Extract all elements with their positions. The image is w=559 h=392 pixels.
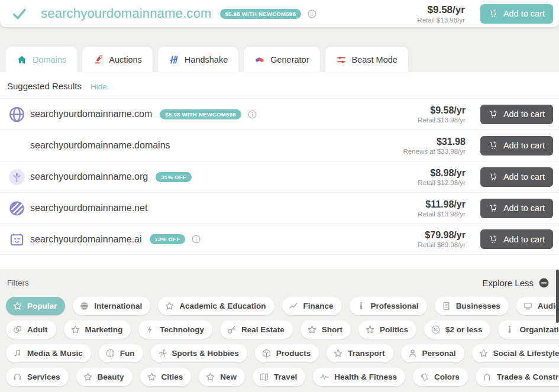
filter-chip-2-or-less[interactable]: $2 or less xyxy=(424,320,490,339)
filter-chip-label: $2 or less xyxy=(445,325,482,334)
filter-chip-label: Beauty xyxy=(98,372,124,381)
filter-chip-label: Transport xyxy=(348,349,384,358)
filter-chip-label: Social & Lifestyle xyxy=(493,349,559,358)
retail-price: Retail $13.98/yr xyxy=(395,17,465,24)
filter-chip-label: Technology xyxy=(160,325,204,334)
add-to-cart-button[interactable]: Add to cart xyxy=(480,229,553,249)
filter-chip-organizations[interactable]: Organizations xyxy=(498,320,559,339)
filter-chip-media-music[interactable]: Media & Music xyxy=(6,344,91,362)
star-icon xyxy=(70,325,80,335)
bolt-icon xyxy=(145,325,155,335)
filter-row-4: ServicesBeautyCitiesNewTravelHealth & Fi… xyxy=(0,368,559,386)
filter-chip-services[interactable]: Services xyxy=(6,368,69,386)
filter-chip-social-lifestyle[interactable]: Social & Lifestyle xyxy=(472,344,559,362)
filter-chip-real-estate[interactable]: Real Estate xyxy=(220,320,293,339)
filter-chip-fun[interactable]: Fun xyxy=(99,344,143,362)
camera-icon xyxy=(523,301,533,311)
tld-org-flower-icon xyxy=(8,169,25,186)
result-row-com: searchyourdomainname.com $5.98 WITH NEWC… xyxy=(0,98,559,129)
tab-beast-mode[interactable]: Beast Mode xyxy=(325,47,408,72)
filter-chip-sports-hobbies[interactable]: Sports & Hobbies xyxy=(151,344,247,362)
searched-domain: searchyourdomainname.com xyxy=(41,6,212,21)
globefill-icon xyxy=(79,301,89,311)
result-row-ai: searchyourdomainname.ai 13% OFF $79.98/y… xyxy=(0,223,559,255)
add-to-cart-button[interactable]: Add to cart xyxy=(480,199,553,218)
swatch-icon xyxy=(419,372,429,382)
headset-icon xyxy=(12,372,22,382)
info-icon[interactable] xyxy=(191,234,201,244)
filter-chip-label: Organizations xyxy=(519,325,559,334)
filter-chip-label: Media & Music xyxy=(27,349,83,358)
filter-chip-new[interactable]: New xyxy=(199,368,245,386)
add-to-cart-button[interactable]: Add to cart xyxy=(480,4,553,24)
music-icon xyxy=(12,348,22,358)
filter-chip-transport[interactable]: Transport xyxy=(327,344,393,362)
discount-badge: 13% OFF xyxy=(150,234,186,244)
filter-chip-politics[interactable]: Politics xyxy=(358,320,416,339)
filter-chip-adult[interactable]: Adult xyxy=(6,320,56,339)
filter-chip-trades-construction[interactable]: Trades & Construction xyxy=(476,368,559,386)
filter-chip-popular[interactable]: Popular xyxy=(6,297,65,315)
checkmark-icon xyxy=(12,7,27,21)
filter-chip-label: Real Estate xyxy=(241,325,285,334)
filter-chip-label: International xyxy=(94,302,142,310)
key-icon xyxy=(227,325,237,335)
info-icon[interactable] xyxy=(247,109,257,119)
star-icon xyxy=(83,372,93,382)
filter-chip-label: Products xyxy=(276,349,311,358)
filter-chip-label: Academic & Education xyxy=(179,302,266,310)
promo-badge: $5.98 WITH NEWCOM598 xyxy=(220,9,302,19)
scrollbar-thumb[interactable] xyxy=(556,270,559,323)
tld-ai-robot-icon xyxy=(8,231,25,248)
filter-chip-label: Marketing xyxy=(85,325,123,334)
filter-chip-colors[interactable]: Colors xyxy=(413,368,468,386)
person-icon xyxy=(408,348,418,358)
info-icon[interactable] xyxy=(307,9,317,19)
filter-chip-technology[interactable]: Technology xyxy=(138,320,212,339)
minus-circle-icon xyxy=(538,277,550,289)
filter-chip-cities[interactable]: Cities xyxy=(140,368,192,386)
filter-chip-businesses[interactable]: Businesses xyxy=(435,297,509,315)
tab-domains[interactable]: Domains xyxy=(6,47,77,72)
price: $9.58/yr xyxy=(395,4,465,16)
star-icon xyxy=(12,301,22,311)
cart-plus-icon xyxy=(489,235,498,244)
search-result-header: searchyourdomainname.com $5.98 WITH NEWC… xyxy=(0,0,559,27)
filter-chip-international[interactable]: International xyxy=(73,297,150,315)
filter-chip-label: Cities xyxy=(161,372,183,381)
filter-chip-professional[interactable]: Professional xyxy=(350,297,427,315)
generator-icon xyxy=(254,54,265,65)
filter-chip-marketing[interactable]: Marketing xyxy=(64,320,131,339)
result-domain: searchyourdomainname.ai xyxy=(30,234,142,245)
filter-chip-products[interactable]: Products xyxy=(255,344,319,362)
sliders-icon xyxy=(336,54,347,65)
box-icon xyxy=(261,348,272,358)
filter-chip-audio-video[interactable]: Audio & Video xyxy=(516,297,559,315)
filter-chip-academic-education[interactable]: Academic & Education xyxy=(158,297,274,315)
filter-chip-label: Businesses xyxy=(456,302,500,310)
filter-chip-finance[interactable]: Finance xyxy=(282,297,342,315)
add-to-cart-button[interactable]: Add to cart xyxy=(480,136,553,155)
filter-chip-label: Services xyxy=(27,372,60,381)
filter-chip-travel[interactable]: Travel xyxy=(253,368,305,386)
tab-generator[interactable]: Generator xyxy=(244,47,319,72)
filter-chip-label: Personal xyxy=(422,349,456,358)
result-row-net: searchyourdomainname.net $11.98/yr Retai… xyxy=(0,192,559,223)
explore-less-button[interactable]: Explore Less xyxy=(482,277,550,289)
price: $8.98/yr xyxy=(389,168,466,179)
price: $31.98 xyxy=(389,137,466,147)
result-domain: searchyourdomainname.org xyxy=(30,171,148,182)
tab-auctions[interactable]: Auctions xyxy=(82,47,153,72)
price: $79.98/yr xyxy=(389,230,466,241)
filter-chip-health-fitness[interactable]: Health & Fitness xyxy=(313,368,405,386)
filters-title: Filters xyxy=(7,278,29,287)
filter-chip-personal[interactable]: Personal xyxy=(401,344,464,362)
housearrow-icon xyxy=(482,372,492,382)
filter-chip-short[interactable]: Short xyxy=(300,320,351,339)
hide-link[interactable]: Hide xyxy=(91,82,107,91)
add-to-cart-button[interactable]: Add to cart xyxy=(480,105,553,124)
filter-chip-label: Trades & Construction xyxy=(497,372,559,381)
add-to-cart-button[interactable]: Add to cart xyxy=(480,167,553,187)
filter-chip-beauty[interactable]: Beauty xyxy=(76,368,133,386)
tab-handshake[interactable]: Handshake xyxy=(158,47,238,72)
